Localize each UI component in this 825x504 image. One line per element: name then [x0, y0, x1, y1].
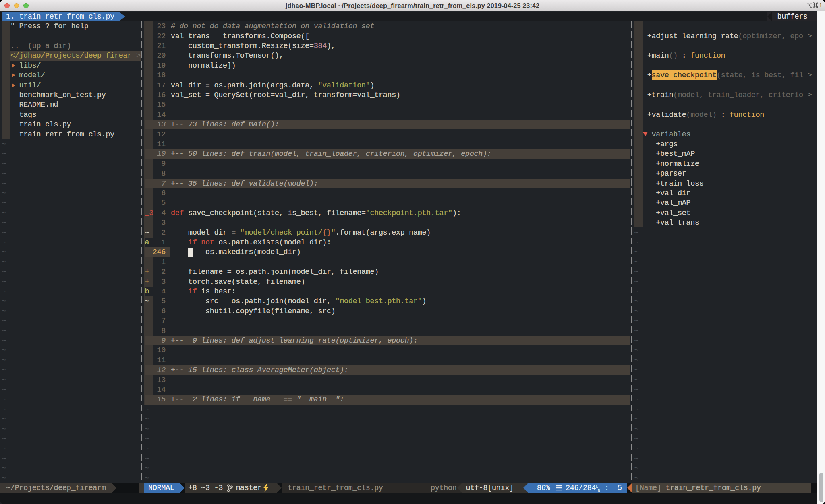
svg-text:N: N	[598, 488, 600, 492]
